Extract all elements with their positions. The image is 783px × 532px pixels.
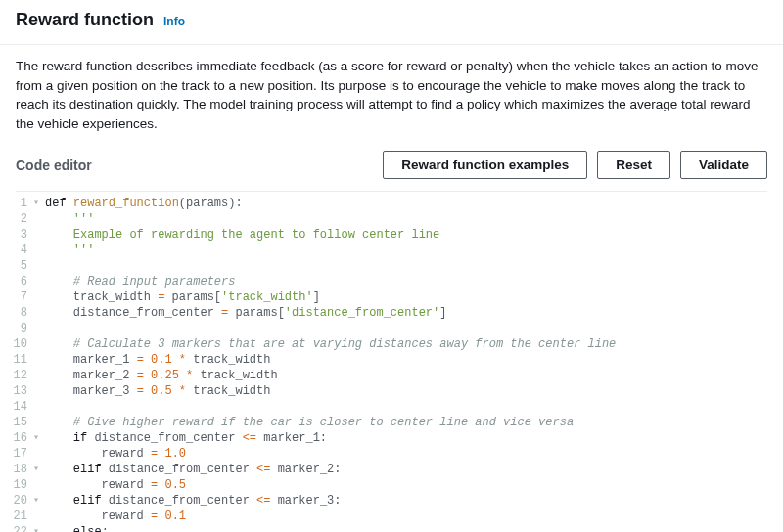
code-content[interactable]: marker_3 = 0.5 * track_width <box>43 383 270 399</box>
line-number: 13 <box>0 383 33 399</box>
code-content[interactable] <box>43 258 45 274</box>
code-content[interactable]: track_width = params['track_width'] <box>43 289 320 305</box>
toolbar-buttons: Reward function examples Reset Validate <box>383 151 767 179</box>
fold-icon[interactable]: ▾ <box>33 462 43 477</box>
code-content[interactable]: reward = 0.1 <box>43 509 186 524</box>
fold-icon[interactable]: ▾ <box>33 196 43 211</box>
code-line[interactable]: 3 Example of rewarding the agent to foll… <box>0 227 783 243</box>
code-line[interactable]: 16▾ if distance_from_center <= marker_1: <box>0 430 783 446</box>
line-number: 4 <box>0 243 33 258</box>
code-line[interactable]: 9 <box>0 321 783 336</box>
code-line[interactable]: 8 distance_from_center = params['distanc… <box>0 305 783 321</box>
line-number: 22 <box>0 524 33 532</box>
code-content[interactable]: Example of rewarding the agent to follow… <box>43 227 439 243</box>
code-line[interactable]: 14 <box>0 399 783 415</box>
code-content[interactable]: # Read input parameters <box>43 274 235 289</box>
fold-icon <box>33 258 43 274</box>
line-number: 9 <box>0 321 33 336</box>
line-number: 12 <box>0 368 33 383</box>
reset-button[interactable]: Reset <box>597 151 670 179</box>
code-line[interactable]: 22▾ else: <box>0 524 783 532</box>
fold-icon <box>33 477 43 493</box>
line-number: 21 <box>0 509 33 524</box>
fold-icon <box>33 305 43 321</box>
code-line[interactable]: 1▾def reward_function(params): <box>0 196 783 211</box>
code-content[interactable]: marker_2 = 0.25 * track_width <box>43 368 278 383</box>
code-line[interactable]: 10 # Calculate 3 markers that are at var… <box>0 336 783 352</box>
fold-icon[interactable]: ▾ <box>33 493 43 509</box>
line-number: 17 <box>0 446 33 462</box>
code-content[interactable]: ''' <box>43 211 94 227</box>
code-line[interactable]: 18▾ elif distance_from_center <= marker_… <box>0 462 783 477</box>
line-number: 15 <box>0 415 33 430</box>
fold-icon <box>33 352 43 368</box>
code-line[interactable]: 2 ''' <box>0 211 783 227</box>
description-text: The reward function describes immediate … <box>0 45 783 141</box>
fold-icon <box>33 336 43 352</box>
code-line[interactable]: 7 track_width = params['track_width'] <box>0 289 783 305</box>
line-number: 18 <box>0 462 33 477</box>
code-line[interactable]: 5 <box>0 258 783 274</box>
code-content[interactable]: marker_1 = 0.1 * track_width <box>43 352 270 368</box>
code-content[interactable]: distance_from_center = params['distance_… <box>43 305 446 321</box>
fold-icon <box>33 368 43 383</box>
code-content[interactable]: def reward_function(params): <box>43 196 243 211</box>
line-number: 11 <box>0 352 33 368</box>
code-line[interactable]: 19 reward = 0.5 <box>0 477 783 493</box>
fold-icon <box>33 383 43 399</box>
toolbar-label: Code editor <box>16 157 383 173</box>
code-content[interactable]: reward = 0.5 <box>43 477 186 493</box>
toolbar: Code editor Reward function examples Res… <box>0 141 783 191</box>
code-content[interactable]: else: <box>43 524 109 532</box>
line-number: 14 <box>0 399 33 415</box>
line-number: 7 <box>0 289 33 305</box>
fold-icon <box>33 509 43 524</box>
line-number: 3 <box>0 227 33 243</box>
line-number: 20 <box>0 493 33 509</box>
code-content[interactable]: ''' <box>43 243 94 258</box>
line-number: 6 <box>0 274 33 289</box>
code-content[interactable]: # Calculate 3 markers that are at varyin… <box>43 336 616 352</box>
fold-icon <box>33 289 43 305</box>
code-content[interactable]: elif distance_from_center <= marker_2: <box>43 462 341 477</box>
code-line[interactable]: 15 # Give higher reward if the car is cl… <box>0 415 783 430</box>
code-line[interactable]: 4 ''' <box>0 243 783 258</box>
fold-icon <box>33 446 43 462</box>
validate-button[interactable]: Validate <box>680 151 767 179</box>
code-content[interactable]: if distance_from_center <= marker_1: <box>43 430 327 446</box>
examples-button[interactable]: Reward function examples <box>383 151 587 179</box>
code-content[interactable]: reward = 1.0 <box>43 446 186 462</box>
page-title: Reward function <box>16 10 154 30</box>
line-number: 8 <box>0 305 33 321</box>
fold-icon <box>33 211 43 227</box>
title-row: Reward function Info <box>16 10 767 30</box>
line-number: 1 <box>0 196 33 211</box>
line-number: 19 <box>0 477 33 493</box>
code-line[interactable]: 17 reward = 1.0 <box>0 446 783 462</box>
fold-icon <box>33 399 43 415</box>
code-line[interactable]: 12 marker_2 = 0.25 * track_width <box>0 368 783 383</box>
fold-icon <box>33 243 43 258</box>
code-content[interactable] <box>43 399 45 415</box>
code-line[interactable]: 20▾ elif distance_from_center <= marker_… <box>0 493 783 509</box>
code-editor[interactable]: 1▾def reward_function(params):2 '''3 Exa… <box>0 192 783 532</box>
code-line[interactable]: 13 marker_3 = 0.5 * track_width <box>0 383 783 399</box>
code-content[interactable]: # Give higher reward if the car is close… <box>43 415 574 430</box>
code-content[interactable] <box>43 321 45 336</box>
line-number: 16 <box>0 430 33 446</box>
info-link[interactable]: Info <box>163 15 185 28</box>
fold-icon <box>33 227 43 243</box>
line-number: 5 <box>0 258 33 274</box>
fold-icon <box>33 321 43 336</box>
code-content[interactable]: elif distance_from_center <= marker_3: <box>43 493 341 509</box>
fold-icon <box>33 274 43 289</box>
line-number: 10 <box>0 336 33 352</box>
code-line[interactable]: 21 reward = 0.1 <box>0 509 783 524</box>
code-line[interactable]: 6 # Read input parameters <box>0 274 783 289</box>
code-line[interactable]: 11 marker_1 = 0.1 * track_width <box>0 352 783 368</box>
fold-icon <box>33 415 43 430</box>
fold-icon[interactable]: ▾ <box>33 430 43 446</box>
header: Reward function Info <box>0 0 783 45</box>
fold-icon[interactable]: ▾ <box>33 524 43 532</box>
line-number: 2 <box>0 211 33 227</box>
